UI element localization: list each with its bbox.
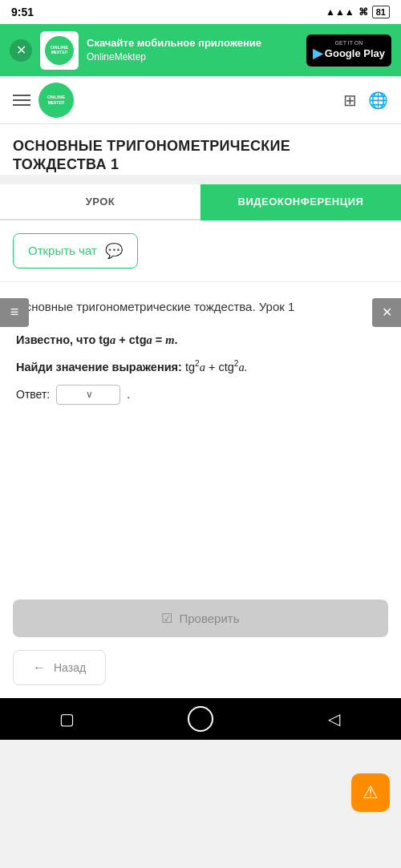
back-button[interactable]: ← Назад — [13, 650, 106, 685]
problem-line2: Найди значение выражения: tg2a + ctg2a. — [16, 357, 385, 377]
banner-close-button[interactable]: ✕ — [10, 39, 32, 62]
triangle-icon: ◁ — [328, 709, 340, 729]
problem-line1: Известно, что tga + ctga = m. — [16, 331, 385, 349]
grid-icon[interactable]: ⊞ — [343, 91, 357, 110]
back-arrow-icon: ← — [33, 660, 46, 675]
navbar-right: ⊞ 🌐 — [343, 91, 388, 110]
left-panel-button[interactable]: ≡ — [0, 298, 29, 327]
status-bar: 9:51 ▲▲▲ ⌘ 81 — [0, 0, 401, 24]
bottom-nav-home-button[interactable] — [184, 703, 217, 735]
circle-icon — [188, 706, 213, 732]
content-area: ≡ ✕ Основные тригонометрические тождеств… — [0, 282, 401, 698]
check-button-section: ☑ Проверить — [0, 587, 401, 650]
answer-dropdown[interactable]: ∨ — [56, 385, 120, 405]
google-play-button[interactable]: GET IT ON ▶ Google Play — [306, 34, 391, 67]
main-card: Основные тригонометрические тождества. У… — [0, 282, 401, 587]
nav-logo: ONLINE МЕКТЕП — [38, 83, 74, 118]
open-chat-button[interactable]: Открыть чат 💬 — [13, 233, 138, 268]
tab-videokonferentsiya[interactable]: ВИДЕОКОНФЕРЕНЦИЯ — [200, 184, 401, 220]
banner-logo: ONLINE МЕКТЕП — [40, 31, 79, 70]
check-label: Проверить — [179, 612, 239, 625]
warning-fab-button[interactable]: ⚠ — [351, 773, 390, 812]
tab-urok[interactable]: УРОК — [0, 184, 200, 220]
signal-icon: ▲▲▲ — [326, 6, 354, 18]
play-icon: ▶ — [313, 46, 322, 61]
status-time: 9:51 — [11, 6, 34, 18]
bottom-nav: ▢ ◁ — [0, 698, 401, 740]
answer-value — [63, 389, 81, 401]
right-close-button[interactable]: ✕ — [372, 298, 401, 327]
page-title-section: ОСНОВНЫЕ ТРИГОНОМЕТРИЧЕСКИЕ ТОЖДЕСТВА 1 — [0, 124, 401, 175]
answer-row: Ответ: ∨ . — [16, 385, 385, 405]
wifi-icon: ⌘ — [358, 6, 368, 18]
dropdown-arrow-icon: ∨ — [86, 389, 93, 400]
back-label: Назад — [54, 661, 86, 674]
square-icon: ▢ — [59, 709, 75, 729]
globe-icon[interactable]: 🌐 — [368, 91, 388, 110]
navbar-left: ONLINE МЕКТЕП — [13, 83, 74, 118]
banner-text: Скачайте мобильное приложение OnlineMekt… — [87, 36, 298, 64]
page-title: ОСНОВНЫЕ ТРИГОНОМЕТРИЧЕСКИЕ ТОЖДЕСТВА 1 — [13, 137, 388, 175]
hamburger-menu-button[interactable] — [13, 95, 30, 106]
bottom-nav-square-button[interactable]: ▢ — [51, 703, 83, 735]
card-title: Основные тригонометрические тождества. У… — [16, 298, 385, 315]
tabs: УРОК ВИДЕОКОНФЕРЕНЦИЯ — [0, 184, 401, 220]
banner: ✕ ONLINE МЕКТЕП Скачайте мобильное прило… — [0, 24, 401, 76]
chat-icon: 💬 — [105, 242, 123, 260]
checkmark-icon: ☑ — [161, 611, 172, 626]
bottom-nav-back-button[interactable]: ◁ — [318, 703, 350, 735]
status-icons: ▲▲▲ ⌘ 81 — [326, 6, 390, 18]
navbar: ONLINE МЕКТЕП ⊞ 🌐 — [0, 76, 401, 124]
warning-icon: ⚠ — [363, 782, 379, 803]
answer-label: Ответ: — [16, 388, 50, 401]
chat-label: Открыть чат — [28, 244, 97, 257]
back-button-section: ← Назад — [0, 650, 401, 698]
check-button[interactable]: ☑ Проверить — [13, 600, 388, 637]
battery-icon: 81 — [372, 6, 390, 18]
chat-section: Открыть чат 💬 — [0, 220, 401, 282]
